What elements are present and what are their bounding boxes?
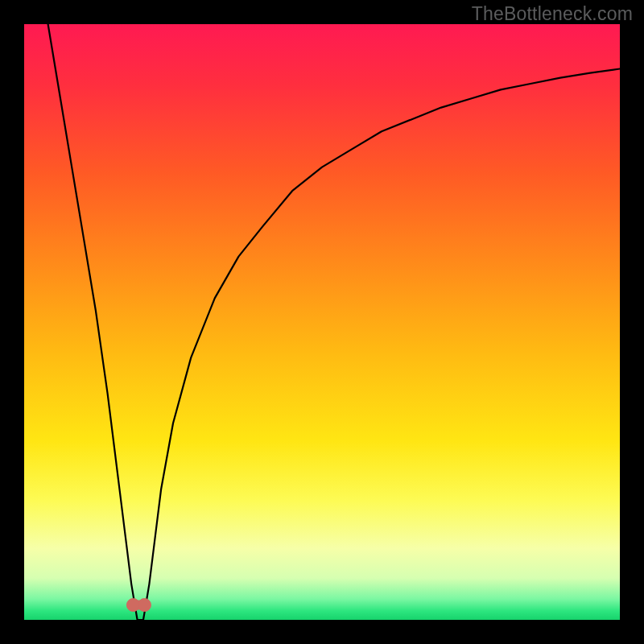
chart-plot-area: [24, 24, 620, 620]
chart-background: [24, 24, 620, 620]
curve-marker: [138, 599, 151, 612]
chart-svg: [24, 24, 620, 620]
watermark-text: TheBottleneck.com: [472, 3, 633, 25]
chart-frame: TheBottleneck.com: [0, 0, 644, 644]
